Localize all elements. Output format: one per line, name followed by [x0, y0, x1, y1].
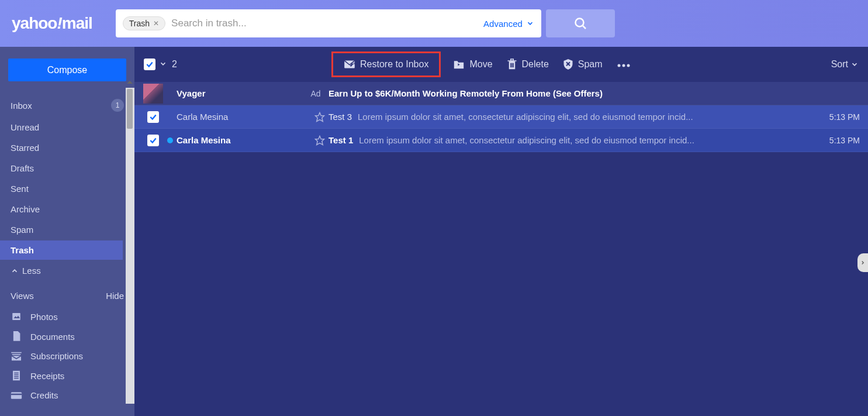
- sidebar-scrollbar[interactable]: [126, 88, 134, 404]
- spam-button[interactable]: Spam: [563, 59, 603, 70]
- advanced-search-link[interactable]: Advanced: [483, 19, 534, 29]
- documents-icon: [11, 331, 22, 342]
- expand-panel-tab[interactable]: [857, 253, 868, 272]
- view-credits[interactable]: Credits: [0, 386, 134, 405]
- svg-rect-19: [510, 59, 513, 61]
- views-hide-link[interactable]: Hide: [106, 291, 124, 301]
- yahoo-mail-logo[interactable]: yahoo!mail: [12, 14, 92, 33]
- sort-button[interactable]: Sort: [831, 59, 859, 70]
- search-icon: [573, 16, 587, 30]
- svg-rect-2: [12, 313, 20, 320]
- row-checkbox[interactable]: [147, 135, 159, 146]
- select-all-checkbox[interactable]: [144, 59, 155, 70]
- sidebar-item-sent[interactable]: Sent: [0, 179, 134, 198]
- svg-point-25: [617, 64, 620, 67]
- move-icon: [453, 59, 465, 70]
- svg-rect-13: [11, 393, 22, 395]
- receipts-icon: [11, 370, 22, 381]
- sidebar-item-starred[interactable]: Starred: [0, 138, 134, 157]
- photos-icon: [11, 311, 22, 322]
- search-input[interactable]: [171, 18, 478, 29]
- message-sender: Carla Mesina: [177, 112, 311, 122]
- compose-button[interactable]: Compose: [8, 59, 126, 81]
- delete-button[interactable]: Delete: [507, 59, 549, 70]
- message-toolbar: 2 Restore to Inbox Move Delete Spam: [134, 47, 868, 82]
- svg-line-1: [583, 26, 586, 29]
- sidebar-item-trash[interactable]: Trash: [0, 240, 123, 260]
- ad-headline: Earn Up to $6K/Month Working Remotely Fr…: [328, 88, 603, 98]
- message-subject: Test 3: [328, 112, 352, 122]
- view-documents[interactable]: Documents: [0, 326, 134, 346]
- chevron-right-icon: [860, 259, 866, 267]
- more-actions-button[interactable]: [617, 60, 631, 69]
- subscriptions-icon: [11, 352, 22, 361]
- message-time: 5:13 PM: [813, 136, 860, 145]
- credits-icon: [11, 391, 22, 400]
- svg-rect-12: [11, 392, 22, 399]
- row-checkbox[interactable]: [147, 111, 159, 123]
- message-preview: Lorem ipsum dolor sit amet, consectetur …: [358, 112, 813, 122]
- scrollbar-thumb[interactable]: [127, 89, 133, 129]
- search-button[interactable]: [546, 9, 615, 37]
- search-chip-label: Trash: [129, 19, 150, 28]
- star-icon[interactable]: [314, 112, 325, 122]
- chevron-up-icon: [11, 267, 19, 275]
- message-time: 5:13 PM: [813, 112, 860, 122]
- restore-to-inbox-button[interactable]: Restore to Inbox: [331, 51, 441, 77]
- unread-indicator: [167, 137, 173, 143]
- view-receipts[interactable]: Receipts: [0, 366, 134, 386]
- views-header: Views: [11, 291, 34, 301]
- sidebar-collapse-less[interactable]: Less: [0, 261, 134, 280]
- sidebar-item-drafts[interactable]: Drafts: [0, 159, 134, 178]
- more-icon: [617, 64, 631, 67]
- ad-row[interactable]: Vyager Ad Earn Up to $6K/Month Working R…: [134, 82, 868, 105]
- svg-marker-29: [316, 136, 324, 145]
- sidebar-item-spam[interactable]: Spam: [0, 220, 134, 239]
- shield-x-icon: [563, 59, 573, 70]
- svg-point-0: [575, 19, 583, 27]
- sidebar: Compose Inbox 1 Unread Starred Drafts Se…: [0, 47, 134, 416]
- view-subscriptions[interactable]: Subscriptions: [0, 346, 134, 366]
- chevron-down-icon: [850, 60, 859, 68]
- view-photos[interactable]: Photos: [0, 307, 134, 326]
- sidebar-item-inbox[interactable]: Inbox 1: [0, 94, 134, 116]
- scroll-up-arrow[interactable]: [127, 81, 133, 84]
- svg-point-27: [627, 64, 630, 67]
- chevron-down-icon: [526, 19, 534, 27]
- star-icon[interactable]: [314, 135, 325, 146]
- remove-chip-icon[interactable]: ✕: [153, 19, 159, 27]
- message-row[interactable]: Carla Mesina Test 3 Lorem ipsum dolor si…: [134, 105, 868, 129]
- svg-marker-28: [316, 112, 324, 121]
- message-row[interactable]: Carla Mesina Test 1 Lorem ipsum dolor si…: [134, 129, 868, 152]
- selected-count: 2: [172, 59, 177, 70]
- search-box[interactable]: Trash ✕ Advanced: [116, 9, 541, 37]
- chevron-down-icon: [159, 60, 167, 68]
- ad-thumbnail: [143, 84, 163, 104]
- sidebar-item-archive[interactable]: Archive: [0, 200, 134, 219]
- restore-icon: [344, 60, 355, 69]
- message-preview: Lorem ipsum dolor sit amet, consectetur …: [359, 135, 813, 145]
- trash-icon: [507, 59, 517, 70]
- svg-rect-7: [13, 371, 20, 381]
- content-pane: 2 Restore to Inbox Move Delete Spam: [134, 47, 868, 416]
- sidebar-item-unread[interactable]: Unread: [0, 118, 134, 137]
- search-filter-chip[interactable]: Trash ✕: [123, 16, 165, 30]
- move-button[interactable]: Move: [453, 59, 492, 70]
- message-sender: Carla Mesina: [177, 135, 311, 145]
- select-dropdown[interactable]: [159, 60, 167, 70]
- ad-badge: Ad: [310, 89, 320, 98]
- message-list: Vyager Ad Earn Up to $6K/Month Working R…: [134, 82, 868, 152]
- ad-sender: Vyager: [177, 88, 311, 98]
- message-subject: Test 1: [328, 135, 353, 145]
- svg-point-26: [622, 64, 625, 67]
- inbox-count-badge: 1: [111, 99, 124, 112]
